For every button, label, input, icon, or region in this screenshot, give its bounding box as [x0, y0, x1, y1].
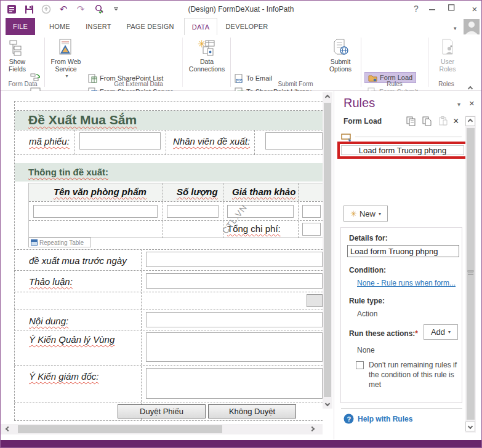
vscroll-thumb[interactable]	[324, 103, 331, 397]
maximize-button[interactable]	[448, 4, 464, 11]
pane-scroll-down-icon[interactable]	[465, 422, 475, 431]
extra-col-input[interactable]	[302, 205, 321, 218]
canvas-hscrollbar[interactable]	[1, 424, 323, 434]
form-design-canvas: Đề Xuất Mua Sắm mã phiếu: Nhân viên đề x…	[1, 91, 334, 439]
nhan-vien-input[interactable]	[265, 132, 323, 150]
rule-details-panel: Details for: Condition: None - Rule runs…	[340, 227, 462, 403]
scroll-right-icon[interactable]	[307, 424, 317, 434]
thao-luan-label: Thảo luận:	[29, 276, 73, 287]
from-web-service-icon	[57, 39, 74, 56]
duyet-phieu-button[interactable]: Duyệt Phiếu	[118, 404, 206, 418]
show-fields-button[interactable]: Show Fields	[4, 36, 30, 81]
ribbon-display-options-icon[interactable]: ▾	[454, 25, 457, 31]
condition-label: Condition:	[349, 266, 386, 274]
help-with-rules-link[interactable]: ? Help with Rules	[343, 414, 412, 424]
stop-rules-checkbox[interactable]	[356, 361, 364, 369]
repeating-table-tag[interactable]: Repeating Table	[28, 238, 91, 247]
rules-pane: Rules ▾ × Form Load × Load form Truong p…	[334, 91, 482, 439]
so-luong-input[interactable]	[167, 205, 219, 218]
group-label-form-data: Form Data	[3, 81, 42, 87]
repeating-table: Tên văn phòng phẩm Số lượng Giá tham khả…	[28, 183, 323, 238]
pane-vscroll-thumb[interactable]	[467, 128, 475, 420]
thao-luan-input[interactable]	[146, 273, 323, 289]
thumb-grip	[468, 271, 473, 271]
help-button[interactable]: ?	[408, 4, 424, 14]
close-button[interactable]: ×	[467, 4, 482, 14]
truoc-ngay-label: đề xuất mua trước ngày	[29, 255, 127, 266]
copy-all-rules-icon[interactable]	[422, 116, 432, 126]
col-header-gia: Giá tham khảo	[232, 186, 295, 197]
y-kien-giam-doc-textarea[interactable]	[146, 368, 323, 399]
user-roles-button[interactable]: User Roles	[433, 36, 462, 81]
pane-options-icon[interactable]: ▾	[457, 101, 460, 108]
noi-dung-input[interactable]	[146, 312, 323, 327]
nhan-vien-label: Nhân viên đề xuất:	[173, 136, 250, 146]
new-rule-button[interactable]: ✳ New ▾	[343, 206, 388, 222]
rule-name-input[interactable]	[347, 245, 459, 257]
tab-file[interactable]: FILE	[6, 18, 35, 35]
scroll-up-icon[interactable]	[323, 92, 332, 102]
pane-close-icon[interactable]: ×	[469, 98, 475, 108]
title-bar: ↶ ↷ (Design) FormDeXuat - InfoPath ? ×	[1, 1, 481, 18]
submit-options-button[interactable]: Submit Options	[322, 36, 359, 81]
tab-home[interactable]: HOME	[42, 18, 77, 35]
tab-insert[interactable]: INSERT	[81, 18, 116, 35]
ribbon-data-tab: Show Fields Form Data From Web Service F…	[1, 35, 481, 91]
rule-list-item[interactable]: Load form Truong phpng	[341, 145, 464, 155]
pane-scroll-up-icon[interactable]	[465, 116, 475, 126]
delete-rule-icon[interactable]: ×	[453, 116, 459, 127]
hidden-button[interactable]	[307, 294, 323, 307]
add-action-button[interactable]: Add ▾	[424, 324, 458, 340]
y-kien-quan-ly-textarea[interactable]	[146, 332, 323, 362]
group-label-rules: Rules	[362, 81, 427, 87]
ma-phieu-input[interactable]	[79, 132, 161, 150]
rules-pane-title: Rules	[343, 96, 375, 110]
from-web-service-button[interactable]: From Web Service	[47, 36, 84, 81]
rules-section-header: Form Load	[343, 117, 382, 126]
new-starburst-icon: ✳	[350, 209, 357, 218]
canvas-vscrollbar[interactable]	[323, 92, 332, 409]
scroll-down-icon[interactable]	[323, 399, 332, 409]
section-heading: Thông tin đề xuất:	[28, 167, 108, 177]
tong-chi-phi-input[interactable]	[302, 223, 321, 236]
data-connections-button[interactable]: ✳ Data Connections	[185, 36, 228, 81]
form-title-band: Đề Xuất Mua Sắm	[15, 111, 323, 130]
new-dropdown-icon: ▾	[379, 211, 381, 217]
group-label-roles: Roles	[429, 81, 464, 87]
col-header-ten: Tên văn phòng phẩm	[54, 186, 147, 197]
submit-options-icon	[332, 39, 349, 56]
group-label-get-external-data: Get External Data	[47, 81, 230, 87]
status-bar	[1, 440, 481, 448]
group-label-submit-form: Submit Form	[232, 81, 359, 87]
copy-rule-icon[interactable]	[406, 116, 416, 126]
hscroll-thumb[interactable]	[18, 425, 222, 433]
svg-text:?: ?	[347, 415, 351, 423]
user-roles-icon	[440, 39, 456, 56]
scroll-left-icon[interactable]	[3, 424, 13, 434]
col-header-so-luong: Số lượng	[177, 186, 218, 197]
noi-dung-label: Nội dung:	[29, 316, 68, 326]
y-kien-giam-doc-label: Ý Kiến giám đốc:	[29, 371, 98, 382]
user-avatar[interactable]	[464, 19, 480, 34]
tab-page-design[interactable]: PAGE DESIGN	[120, 18, 180, 35]
annotation-highlight-box: Load form Truong phpng	[337, 142, 468, 159]
rule-type-label: Rule type:	[349, 297, 385, 305]
show-fields-icon	[9, 39, 26, 56]
truoc-ngay-input[interactable]	[146, 252, 323, 267]
infopath-window: ↶ ↷ (Design) FormDeXuat - InfoPath ? × F…	[0, 0, 482, 448]
pane-footer-divider	[341, 408, 462, 409]
add-dropdown-icon: ▾	[448, 329, 451, 335]
paste-rule-icon[interactable]	[438, 116, 448, 126]
khong-duyet-button[interactable]: Không Duyệt	[208, 404, 296, 418]
details-for-label: Details for:	[349, 234, 388, 242]
tab-data[interactable]: DATA	[184, 18, 217, 35]
data-connections-icon: ✳	[198, 39, 216, 56]
stop-rules-label: Don't run remaining rules if the conditi…	[369, 360, 460, 390]
pane-vscrollbar[interactable]	[465, 116, 476, 433]
minimize-button[interactable]	[429, 4, 445, 11]
ten-vpp-input[interactable]	[33, 205, 158, 218]
form-title: Đề Xuất Mua Sắm	[28, 113, 137, 127]
tab-developer[interactable]: DEVELOPER	[221, 18, 273, 35]
condition-link[interactable]: None - Rule runs when form...	[357, 279, 456, 287]
repeating-table-tag-icon	[31, 239, 38, 246]
